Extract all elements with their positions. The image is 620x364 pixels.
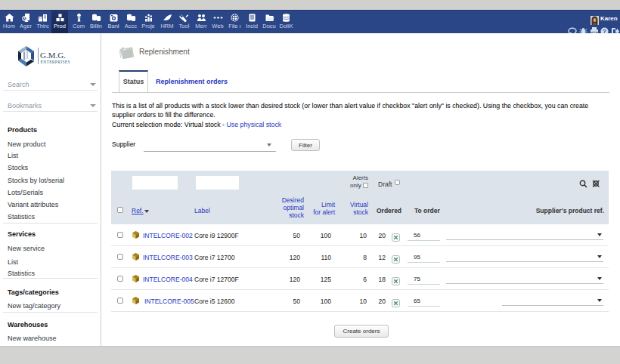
svg-text:ENTERPRISES: ENTERPRISES <box>41 60 70 64</box>
svg-text:G.M.G.: G.M.G. <box>40 51 66 60</box>
